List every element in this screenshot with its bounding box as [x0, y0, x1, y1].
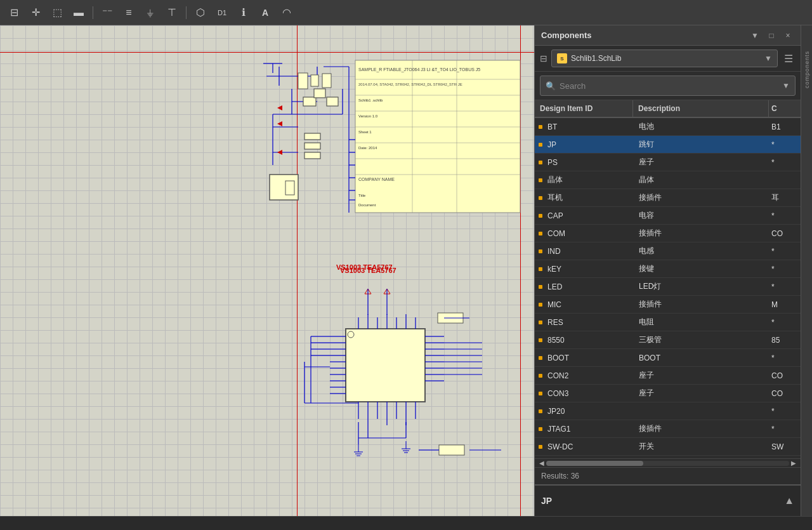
row-description: 电池: [634, 119, 769, 135]
schematic-canvas[interactable]: SAMPLE_R FTIABLE_JTO064 J3 LI &T_TO4 LIO…: [0, 25, 534, 516]
row-c: *: [769, 280, 801, 294]
row-description: 接插件: [634, 421, 769, 437]
lib-dropdown-arrow-icon: ▼: [764, 54, 772, 63]
table-row[interactable]: JP 跳钉 *: [535, 136, 801, 154]
table-row[interactable]: MIC 接插件 M: [535, 296, 801, 314]
net-toolbar-icon[interactable]: ≡: [120, 4, 138, 22]
scrollbar-thumb[interactable]: [546, 461, 643, 466]
svg-text:SAMPLE_R FTIABLE_JTO064 J3 LI : SAMPLE_R FTIABLE_JTO064 J3 LI &T_TO4 LIO…: [358, 67, 480, 72]
add-toolbar-icon[interactable]: ✛: [27, 4, 44, 22]
row-indicator: [539, 214, 542, 218]
library-filter-icon[interactable]: ⊟: [540, 53, 547, 63]
row-design-id: IND: [545, 244, 634, 258]
vs1003-label: VS1003 TEA5767: [336, 263, 393, 271]
arc-toolbar-icon[interactable]: ◠: [278, 4, 296, 22]
text-toolbar-icon[interactable]: A: [256, 4, 274, 22]
designator-toolbar-icon[interactable]: D1: [213, 4, 231, 22]
search-box: 🔍 ▼: [540, 76, 796, 96]
row-c: *: [769, 422, 801, 436]
row-design-id: JP: [545, 138, 634, 152]
table-row[interactable]: PS 座子 *: [535, 154, 801, 171]
gnd-toolbar-icon[interactable]: ⏚: [141, 4, 159, 22]
row-indicator: [539, 249, 542, 253]
table-header: Design Item ID Description C: [535, 100, 801, 118]
line-toolbar-icon[interactable]: ▬: [70, 4, 88, 22]
panel-dropdown-icon[interactable]: ▼: [749, 29, 761, 42]
toolbar-separator2: [186, 6, 187, 19]
table-row[interactable]: RES 电阻 *: [535, 314, 801, 331]
row-description: 接插件: [634, 296, 769, 312]
row-description: 接插件: [634, 190, 769, 206]
components-table[interactable]: Design Item ID Description C BT 电池 B1 JP…: [535, 100, 801, 458]
panel-header-icons: ▼ □ ×: [749, 29, 794, 42]
table-row[interactable]: CAP 电容 *: [535, 207, 801, 225]
row-design-id: JP20: [545, 404, 634, 418]
svg-rect-24: [322, 74, 331, 88]
svg-marker-40: [277, 105, 282, 110]
row-description: 接键: [634, 261, 769, 277]
row-indicator: [539, 161, 542, 164]
row-design-id: CAP: [545, 209, 634, 223]
table-row[interactable]: IND 电感 *: [535, 242, 801, 260]
svg-rect-28: [314, 89, 325, 98]
svg-text:Schlib1 .schlib: Schlib1 .schlib: [358, 98, 383, 102]
row-description: 电感: [634, 243, 769, 259]
svg-text:Version 1.0: Version 1.0: [358, 114, 378, 118]
table-row[interactable]: LED LED灯 *: [535, 278, 801, 296]
row-description: 电容: [634, 208, 769, 223]
right-thin-panel: components: [801, 25, 812, 516]
panel-menu-icon[interactable]: ☰: [782, 50, 796, 67]
filter-toolbar-icon[interactable]: ⊟: [5, 4, 23, 22]
row-indicator: [539, 392, 542, 395]
svg-text:Date: 2014: Date: 2014: [358, 146, 377, 150]
row-design-id: LED: [545, 280, 634, 294]
table-row[interactable]: BT 电池 B1: [535, 118, 801, 136]
scroll-right-icon[interactable]: ▶: [789, 460, 798, 467]
table-row[interactable]: JP20 *: [535, 402, 801, 420]
row-c: B1: [769, 120, 801, 134]
info-toolbar-icon[interactable]: ℹ: [235, 4, 252, 22]
table-row[interactable]: 8550 三极管 85: [535, 331, 801, 349]
pin-toolbar-icon[interactable]: ⊤: [163, 4, 181, 22]
scrollbar-track[interactable]: [546, 461, 789, 466]
row-design-id: COM: [545, 227, 634, 241]
table-row[interactable]: CON2 座子 CO: [535, 367, 801, 385]
row-indicator: [539, 143, 542, 147]
table-row[interactable]: 耳机 接插件 耳: [535, 189, 801, 207]
library-dropdown[interactable]: S Schlib1.SchLib ▼: [551, 50, 778, 67]
row-c: *: [769, 209, 801, 223]
panel-close-icon[interactable]: ×: [782, 29, 794, 42]
row-design-id: SW-DC: [545, 440, 634, 454]
preview-collapse-icon[interactable]: ▲: [784, 495, 794, 507]
components-panel: Components ▼ □ × ⊟ S Schlib1.SchLib ▼ ☰ …: [534, 25, 801, 516]
svg-text:Sheet 1: Sheet 1: [358, 130, 372, 134]
scroll-left-icon[interactable]: ◀: [537, 460, 546, 467]
select-toolbar-icon[interactable]: ⬚: [48, 4, 66, 22]
svg-rect-27: [303, 97, 316, 106]
row-c: *: [769, 138, 801, 152]
row-description: LED灯: [634, 279, 769, 295]
table-row[interactable]: SW-DC 开关 SW: [535, 438, 801, 456]
table-row[interactable]: CON3 座子 CO: [535, 385, 801, 402]
svg-rect-36: [304, 143, 320, 149]
bus-toolbar-icon[interactable]: ⁻⁻: [98, 4, 116, 22]
row-description: 晶体: [634, 172, 769, 188]
horizontal-scrollbar[interactable]: ◀ ▶: [535, 458, 801, 467]
panel-header: Components ▼ □ ×: [535, 25, 801, 46]
netlabel-toolbar-icon[interactable]: ⬡: [192, 4, 209, 22]
table-row[interactable]: 晶体 晶体: [535, 171, 801, 189]
panel-restore-icon[interactable]: □: [765, 29, 778, 42]
row-indicator: [539, 196, 542, 200]
search-input[interactable]: [560, 81, 778, 91]
table-row[interactable]: COM 接插件 CO: [535, 225, 801, 242]
row-description: 开关: [634, 439, 769, 454]
table-row[interactable]: BOOT BOOT *: [535, 349, 801, 367]
svg-rect-22: [298, 73, 308, 89]
search-dropdown-icon[interactable]: ▼: [782, 81, 790, 90]
row-c: *: [769, 351, 801, 365]
row-indicator: [539, 427, 542, 431]
table-row[interactable]: JTAG1 接插件 *: [535, 420, 801, 438]
table-row[interactable]: kEY 接键 *: [535, 260, 801, 278]
svg-rect-54: [346, 329, 425, 402]
search-row: 🔍 ▼: [535, 72, 801, 100]
